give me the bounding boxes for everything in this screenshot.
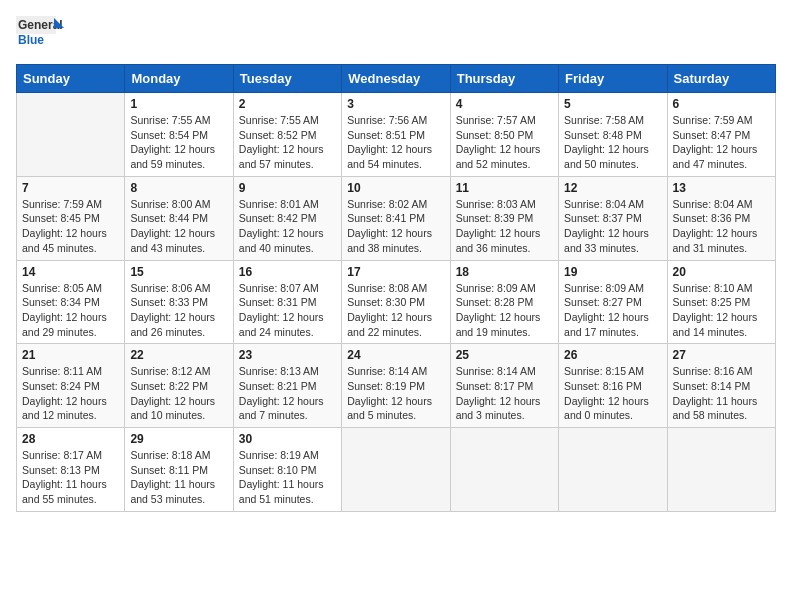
day-info: Sunrise: 7:59 AM Sunset: 8:47 PM Dayligh… bbox=[673, 113, 770, 172]
calendar-cell bbox=[450, 428, 558, 512]
day-number: 2 bbox=[239, 97, 336, 111]
calendar-cell bbox=[559, 428, 667, 512]
calendar-cell: 6Sunrise: 7:59 AM Sunset: 8:47 PM Daylig… bbox=[667, 93, 775, 177]
day-info: Sunrise: 7:58 AM Sunset: 8:48 PM Dayligh… bbox=[564, 113, 661, 172]
day-info: Sunrise: 8:17 AM Sunset: 8:13 PM Dayligh… bbox=[22, 448, 119, 507]
day-info: Sunrise: 8:04 AM Sunset: 8:37 PM Dayligh… bbox=[564, 197, 661, 256]
calendar-cell: 27Sunrise: 8:16 AM Sunset: 8:14 PM Dayli… bbox=[667, 344, 775, 428]
calendar-cell: 8Sunrise: 8:00 AM Sunset: 8:44 PM Daylig… bbox=[125, 176, 233, 260]
day-number: 4 bbox=[456, 97, 553, 111]
calendar-header-row: SundayMondayTuesdayWednesdayThursdayFrid… bbox=[17, 65, 776, 93]
week-row-1: 1Sunrise: 7:55 AM Sunset: 8:54 PM Daylig… bbox=[17, 93, 776, 177]
day-number: 28 bbox=[22, 432, 119, 446]
calendar-cell bbox=[667, 428, 775, 512]
day-info: Sunrise: 8:09 AM Sunset: 8:28 PM Dayligh… bbox=[456, 281, 553, 340]
day-info: Sunrise: 7:55 AM Sunset: 8:52 PM Dayligh… bbox=[239, 113, 336, 172]
calendar-cell: 28Sunrise: 8:17 AM Sunset: 8:13 PM Dayli… bbox=[17, 428, 125, 512]
day-info: Sunrise: 8:14 AM Sunset: 8:17 PM Dayligh… bbox=[456, 364, 553, 423]
day-number: 12 bbox=[564, 181, 661, 195]
calendar-cell bbox=[17, 93, 125, 177]
day-number: 23 bbox=[239, 348, 336, 362]
day-number: 24 bbox=[347, 348, 444, 362]
day-number: 27 bbox=[673, 348, 770, 362]
day-number: 29 bbox=[130, 432, 227, 446]
calendar-cell: 12Sunrise: 8:04 AM Sunset: 8:37 PM Dayli… bbox=[559, 176, 667, 260]
day-info: Sunrise: 8:05 AM Sunset: 8:34 PM Dayligh… bbox=[22, 281, 119, 340]
calendar-cell bbox=[342, 428, 450, 512]
day-number: 8 bbox=[130, 181, 227, 195]
day-info: Sunrise: 8:16 AM Sunset: 8:14 PM Dayligh… bbox=[673, 364, 770, 423]
day-info: Sunrise: 8:10 AM Sunset: 8:25 PM Dayligh… bbox=[673, 281, 770, 340]
day-info: Sunrise: 7:59 AM Sunset: 8:45 PM Dayligh… bbox=[22, 197, 119, 256]
day-number: 1 bbox=[130, 97, 227, 111]
day-info: Sunrise: 8:02 AM Sunset: 8:41 PM Dayligh… bbox=[347, 197, 444, 256]
day-info: Sunrise: 8:13 AM Sunset: 8:21 PM Dayligh… bbox=[239, 364, 336, 423]
calendar-cell: 14Sunrise: 8:05 AM Sunset: 8:34 PM Dayli… bbox=[17, 260, 125, 344]
calendar-cell: 3Sunrise: 7:56 AM Sunset: 8:51 PM Daylig… bbox=[342, 93, 450, 177]
calendar-cell: 13Sunrise: 8:04 AM Sunset: 8:36 PM Dayli… bbox=[667, 176, 775, 260]
calendar-cell: 9Sunrise: 8:01 AM Sunset: 8:42 PM Daylig… bbox=[233, 176, 341, 260]
day-number: 3 bbox=[347, 97, 444, 111]
calendar-cell: 19Sunrise: 8:09 AM Sunset: 8:27 PM Dayli… bbox=[559, 260, 667, 344]
calendar-cell: 26Sunrise: 8:15 AM Sunset: 8:16 PM Dayli… bbox=[559, 344, 667, 428]
col-header-wednesday: Wednesday bbox=[342, 65, 450, 93]
calendar-cell: 25Sunrise: 8:14 AM Sunset: 8:17 PM Dayli… bbox=[450, 344, 558, 428]
day-info: Sunrise: 8:01 AM Sunset: 8:42 PM Dayligh… bbox=[239, 197, 336, 256]
day-number: 6 bbox=[673, 97, 770, 111]
page-header: GeneralBlue bbox=[16, 16, 776, 56]
col-header-sunday: Sunday bbox=[17, 65, 125, 93]
day-info: Sunrise: 8:04 AM Sunset: 8:36 PM Dayligh… bbox=[673, 197, 770, 256]
col-header-saturday: Saturday bbox=[667, 65, 775, 93]
day-number: 5 bbox=[564, 97, 661, 111]
day-info: Sunrise: 8:12 AM Sunset: 8:22 PM Dayligh… bbox=[130, 364, 227, 423]
day-info: Sunrise: 8:00 AM Sunset: 8:44 PM Dayligh… bbox=[130, 197, 227, 256]
day-number: 26 bbox=[564, 348, 661, 362]
calendar-cell: 18Sunrise: 8:09 AM Sunset: 8:28 PM Dayli… bbox=[450, 260, 558, 344]
day-number: 15 bbox=[130, 265, 227, 279]
day-info: Sunrise: 8:18 AM Sunset: 8:11 PM Dayligh… bbox=[130, 448, 227, 507]
day-number: 25 bbox=[456, 348, 553, 362]
day-number: 14 bbox=[22, 265, 119, 279]
day-info: Sunrise: 7:56 AM Sunset: 8:51 PM Dayligh… bbox=[347, 113, 444, 172]
day-number: 13 bbox=[673, 181, 770, 195]
day-number: 7 bbox=[22, 181, 119, 195]
calendar-cell: 21Sunrise: 8:11 AM Sunset: 8:24 PM Dayli… bbox=[17, 344, 125, 428]
day-info: Sunrise: 7:55 AM Sunset: 8:54 PM Dayligh… bbox=[130, 113, 227, 172]
day-info: Sunrise: 8:11 AM Sunset: 8:24 PM Dayligh… bbox=[22, 364, 119, 423]
day-number: 30 bbox=[239, 432, 336, 446]
col-header-monday: Monday bbox=[125, 65, 233, 93]
day-info: Sunrise: 8:14 AM Sunset: 8:19 PM Dayligh… bbox=[347, 364, 444, 423]
col-header-thursday: Thursday bbox=[450, 65, 558, 93]
day-info: Sunrise: 8:15 AM Sunset: 8:16 PM Dayligh… bbox=[564, 364, 661, 423]
calendar-cell: 1Sunrise: 7:55 AM Sunset: 8:54 PM Daylig… bbox=[125, 93, 233, 177]
day-info: Sunrise: 8:06 AM Sunset: 8:33 PM Dayligh… bbox=[130, 281, 227, 340]
calendar-cell: 17Sunrise: 8:08 AM Sunset: 8:30 PM Dayli… bbox=[342, 260, 450, 344]
day-number: 21 bbox=[22, 348, 119, 362]
day-number: 19 bbox=[564, 265, 661, 279]
calendar-table: SundayMondayTuesdayWednesdayThursdayFrid… bbox=[16, 64, 776, 512]
week-row-2: 7Sunrise: 7:59 AM Sunset: 8:45 PM Daylig… bbox=[17, 176, 776, 260]
day-info: Sunrise: 7:57 AM Sunset: 8:50 PM Dayligh… bbox=[456, 113, 553, 172]
calendar-cell: 23Sunrise: 8:13 AM Sunset: 8:21 PM Dayli… bbox=[233, 344, 341, 428]
calendar-cell: 11Sunrise: 8:03 AM Sunset: 8:39 PM Dayli… bbox=[450, 176, 558, 260]
col-header-tuesday: Tuesday bbox=[233, 65, 341, 93]
svg-text:Blue: Blue bbox=[18, 33, 44, 47]
week-row-3: 14Sunrise: 8:05 AM Sunset: 8:34 PM Dayli… bbox=[17, 260, 776, 344]
day-info: Sunrise: 8:07 AM Sunset: 8:31 PM Dayligh… bbox=[239, 281, 336, 340]
day-number: 10 bbox=[347, 181, 444, 195]
calendar-cell: 20Sunrise: 8:10 AM Sunset: 8:25 PM Dayli… bbox=[667, 260, 775, 344]
day-number: 22 bbox=[130, 348, 227, 362]
day-info: Sunrise: 8:03 AM Sunset: 8:39 PM Dayligh… bbox=[456, 197, 553, 256]
week-row-5: 28Sunrise: 8:17 AM Sunset: 8:13 PM Dayli… bbox=[17, 428, 776, 512]
day-info: Sunrise: 8:09 AM Sunset: 8:27 PM Dayligh… bbox=[564, 281, 661, 340]
calendar-cell: 24Sunrise: 8:14 AM Sunset: 8:19 PM Dayli… bbox=[342, 344, 450, 428]
day-number: 18 bbox=[456, 265, 553, 279]
day-info: Sunrise: 8:08 AM Sunset: 8:30 PM Dayligh… bbox=[347, 281, 444, 340]
logo: GeneralBlue bbox=[16, 16, 66, 56]
calendar-cell: 5Sunrise: 7:58 AM Sunset: 8:48 PM Daylig… bbox=[559, 93, 667, 177]
calendar-cell: 16Sunrise: 8:07 AM Sunset: 8:31 PM Dayli… bbox=[233, 260, 341, 344]
day-number: 16 bbox=[239, 265, 336, 279]
calendar-cell: 15Sunrise: 8:06 AM Sunset: 8:33 PM Dayli… bbox=[125, 260, 233, 344]
day-number: 11 bbox=[456, 181, 553, 195]
calendar-cell: 22Sunrise: 8:12 AM Sunset: 8:22 PM Dayli… bbox=[125, 344, 233, 428]
